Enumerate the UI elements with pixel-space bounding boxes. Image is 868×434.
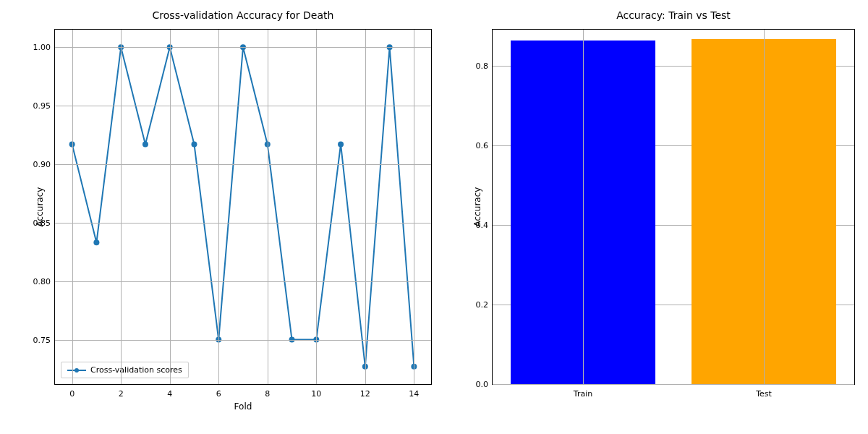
x-tick-label: 10 <box>311 389 321 399</box>
grid-line <box>170 30 171 384</box>
y-tick-label: 0.80 <box>33 276 51 286</box>
grid-line <box>55 281 431 282</box>
x-tick-label: 8 <box>265 389 270 399</box>
x-tick-label: 4 <box>167 389 172 399</box>
grid-line <box>55 106 431 106</box>
line-chart-axes: Cross-validation Accuracy for Death Fold… <box>54 29 432 385</box>
grid-line <box>583 30 584 384</box>
y-tick-label: 0.2 <box>476 299 489 309</box>
grid-line <box>121 30 122 384</box>
y-tick-label: 1.00 <box>33 43 51 52</box>
x-tick-label: Train <box>574 389 592 399</box>
y-tick-label: 0.0 <box>476 380 489 389</box>
y-tick-label: 0.95 <box>33 101 51 111</box>
data-point <box>338 141 344 147</box>
line-plot-svg <box>55 30 431 384</box>
grid-line <box>414 30 414 384</box>
grid-line <box>55 164 431 165</box>
grid-line <box>55 340 431 341</box>
legend-sample-icon <box>67 366 86 375</box>
x-tick-label: 2 <box>119 389 124 399</box>
grid-line <box>764 30 765 384</box>
grid-line <box>218 30 219 384</box>
grid-line <box>55 47 431 48</box>
x-tick-label: 12 <box>360 389 370 399</box>
data-point <box>142 141 148 147</box>
legend-label: Cross-validation scores <box>90 365 182 375</box>
data-point <box>191 141 197 147</box>
y-tick-label: 0.8 <box>476 61 489 70</box>
x-tick-label: 0 <box>69 389 75 399</box>
y-tick-label: 0.6 <box>476 140 489 150</box>
bar-chart-title: Accuracy: Train vs Test <box>493 9 854 21</box>
grid-line <box>365 30 366 384</box>
y-tick-label: 0.85 <box>33 218 51 227</box>
line-chart-title: Cross-validation Accuracy for Death <box>55 9 431 21</box>
grid-line <box>316 30 317 384</box>
grid-line <box>72 30 73 384</box>
line-series <box>72 47 414 366</box>
data-point <box>93 239 99 245</box>
y-tick-label: 0.90 <box>33 159 51 169</box>
x-tick-label: 14 <box>409 389 419 399</box>
y-tick-label: 0.75 <box>33 335 51 344</box>
figure: Cross-validation Accuracy for Death Fold… <box>0 0 868 434</box>
grid-line <box>493 384 854 385</box>
y-tick-label: 0.4 <box>476 220 489 229</box>
grid-line <box>55 223 431 224</box>
x-tick-label: 6 <box>216 389 221 399</box>
line-chart-xlabel: Fold <box>55 401 431 412</box>
x-tick-label: Test <box>756 389 772 399</box>
grid-line <box>268 30 268 384</box>
bar-chart-axes: Accuracy: Train vs Test Accuracy 0.00.20… <box>492 29 855 385</box>
